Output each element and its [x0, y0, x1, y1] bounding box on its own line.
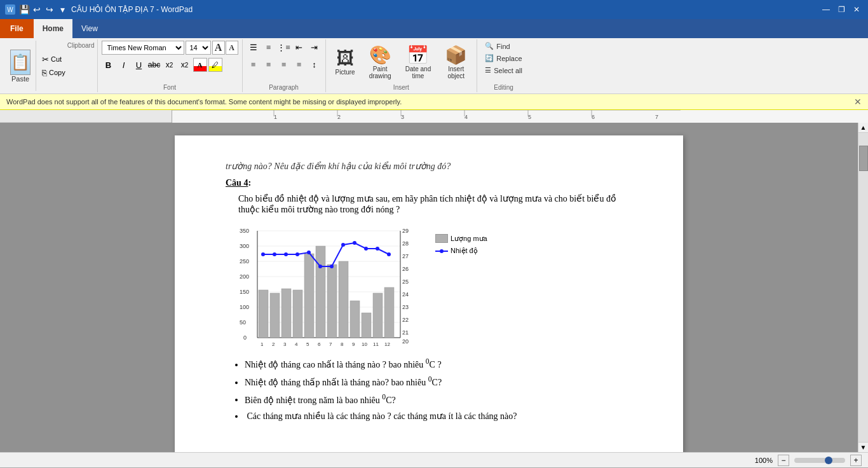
ribbon: 📋 Paste ✂ Cut ⎘ Copy Clipboard Time [0, 38, 868, 94]
svg-point-71 [307, 251, 311, 254]
zoom-slider[interactable] [794, 458, 845, 463]
copy-button[interactable]: ⎘ Copy [40, 67, 67, 78]
svg-text:200: 200 [240, 273, 249, 280]
climate-chart: 350 300 250 200 150 100 50 0 [238, 221, 429, 348]
replace-btn[interactable]: 🔄 Replace [481, 53, 526, 64]
find-btn[interactable]: 🔍 Find [481, 41, 513, 52]
svg-rect-37 [304, 254, 314, 338]
numbered-list-btn[interactable]: ≡ [262, 41, 276, 55]
bullet-4: Các tháng mưa nhiều là các tháng nào ? c… [245, 408, 632, 424]
paragraph-label: Paragraph [269, 84, 299, 91]
align-center-btn[interactable]: ≡ [262, 58, 276, 72]
save-quick-btn[interactable]: 💾 [19, 4, 29, 15]
tab-home[interactable]: Home [34, 19, 72, 38]
paint-drawing-btn[interactable]: 🎨 Paintdrawing [363, 41, 397, 83]
date-time-btn[interactable]: 📅 Date andtime [400, 41, 437, 83]
svg-point-72 [318, 265, 322, 268]
scroll-thumb[interactable] [859, 146, 868, 171]
svg-text:9: 9 [352, 341, 355, 347]
picture-btn[interactable]: 🖼 Picture [330, 45, 361, 79]
svg-point-76 [364, 247, 368, 251]
status-bar: 100% − + [0, 452, 868, 467]
strikethrough-btn[interactable]: abc [147, 58, 161, 72]
ruler-marks: 1 2 3 4 5 6 7 [172, 110, 868, 123]
list-style-btn[interactable]: ⋮≡ [277, 41, 291, 55]
paint-icon: 🎨 [369, 45, 391, 65]
scroll-up-btn[interactable]: ▲ [858, 123, 869, 133]
close-btn[interactable]: ✕ [850, 3, 863, 16]
align-left-btn[interactable]: ≡ [247, 58, 261, 72]
document-page: trường nào? Nêu đặc điểm khí hậu của kiể… [175, 135, 683, 452]
zoom-percent: 100% [755, 457, 773, 464]
svg-text:6: 6 [318, 341, 321, 347]
align-right-btn[interactable]: ≡ [277, 58, 291, 72]
svg-rect-40 [339, 261, 348, 338]
line-spacing-btn[interactable]: ↕ [308, 58, 322, 72]
copy-icon: ⎘ [42, 68, 47, 78]
grow-font-btn[interactable]: A [212, 41, 225, 55]
svg-text:22: 22 [402, 317, 409, 323]
customize-quick-btn[interactable]: ▾ [57, 4, 67, 15]
warning-close-btn[interactable]: ✕ [854, 97, 862, 107]
font-color-btn[interactable]: A [193, 58, 207, 72]
zoom-in-btn[interactable]: + [850, 455, 862, 466]
svg-text:100: 100 [240, 304, 249, 310]
replace-label: Replace [496, 55, 522, 62]
cut-label: Cut [51, 55, 62, 63]
date-label: Date andtime [405, 65, 431, 79]
svg-rect-38 [316, 246, 325, 338]
scroll-down-btn[interactable]: ▼ [858, 442, 869, 452]
superscript-btn[interactable]: x2 [178, 58, 192, 72]
svg-text:29: 29 [402, 228, 409, 234]
shrink-font-btn[interactable]: A [226, 41, 238, 55]
clipboard-group: 📋 Paste ✂ Cut ⎘ Copy Clipboard [3, 39, 98, 92]
vertical-scrollbar[interactable]: ▲ ▼ [858, 123, 868, 452]
svg-point-68 [273, 252, 276, 256]
select-all-icon: ☰ [485, 66, 491, 74]
svg-point-78 [387, 252, 391, 256]
increase-indent-btn[interactable]: ⇥ [308, 41, 322, 55]
subscript-btn[interactable]: x2 [163, 58, 177, 72]
svg-text:150: 150 [240, 289, 249, 295]
svg-text:5: 5 [528, 114, 531, 120]
bullet-3: Biên độ nhiệt trong năm là bao nhiêu 0C? [245, 390, 632, 408]
window-title: CÂU HỎI ÔN TẬP ĐỊA 7 - WordPad [71, 5, 193, 14]
zoom-out-btn[interactable]: − [778, 455, 789, 466]
tab-file[interactable]: File [0, 19, 34, 38]
decrease-indent-btn[interactable]: ⇤ [292, 41, 306, 55]
svg-rect-36 [293, 290, 302, 338]
underline-btn[interactable]: U [132, 58, 146, 72]
tab-view[interactable]: View [72, 19, 107, 38]
svg-text:250: 250 [240, 258, 249, 265]
document-scroll[interactable]: trường nào? Nêu đặc điểm khí hậu của kiể… [0, 123, 858, 452]
undo-quick-btn[interactable]: ↩ [32, 4, 42, 15]
scroll-track[interactable] [858, 133, 869, 442]
maximize-btn[interactable]: ❐ [835, 3, 848, 16]
chart-area: 350 300 250 200 150 100 50 0 [238, 221, 632, 348]
copy-label: Copy [49, 69, 65, 76]
svg-text:3: 3 [401, 114, 404, 120]
zoom-thumb[interactable] [825, 457, 832, 464]
paste-button[interactable]: 📋 Paste [5, 41, 36, 91]
ribbon-tab-bar: File Home View [0, 19, 868, 38]
justify-btn[interactable]: ≡ [292, 58, 306, 72]
svg-point-70 [295, 252, 299, 256]
svg-text:3: 3 [283, 341, 287, 347]
font-size-select[interactable]: 14 12 16 18 [186, 41, 211, 55]
insert-object-btn[interactable]: 📦 Insertobject [439, 41, 473, 83]
bullet-1: Nhiệt độ tháng cao nhất là tháng nào ? b… [245, 355, 632, 373]
italic-btn[interactable]: I [117, 58, 131, 72]
prev-text: trường nào? Nêu đặc điểm khí hậu của kiể… [226, 161, 632, 172]
select-all-btn[interactable]: ☰ Select all [481, 65, 526, 76]
font-name-select[interactable]: Times New Roman Arial Calibri [102, 41, 184, 55]
bold-btn[interactable]: B [102, 58, 116, 72]
bullets-btn[interactable]: ☰ [247, 41, 261, 55]
redo-quick-btn[interactable]: ↪ [44, 4, 55, 15]
svg-text:1: 1 [261, 341, 264, 347]
svg-text:4: 4 [295, 341, 298, 347]
scissors-icon: ✂ [42, 55, 49, 64]
svg-text:27: 27 [402, 253, 409, 259]
highlight-btn[interactable]: 🖊 [208, 58, 222, 72]
minimize-btn[interactable]: — [820, 3, 832, 16]
cut-button[interactable]: ✂ Cut [40, 54, 67, 65]
